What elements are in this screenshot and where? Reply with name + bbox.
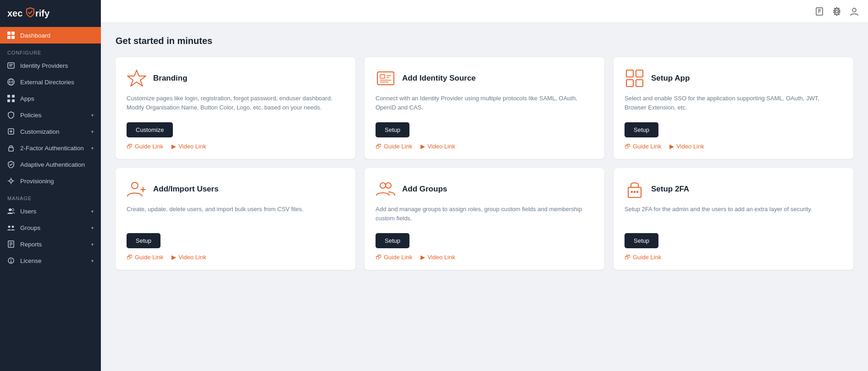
sidebar-item-adaptive-auth[interactable]: Adaptive Authentication xyxy=(0,156,101,173)
video-link[interactable]: ▶ Video Link xyxy=(669,143,704,150)
identity-icon xyxy=(7,62,16,69)
star-icon xyxy=(127,68,147,88)
manage-section-label: Manage xyxy=(0,189,101,203)
book-icon[interactable] xyxy=(815,7,824,16)
svg-rect-19 xyxy=(9,147,13,151)
cards-grid: Branding Customize pages like login, reg… xyxy=(116,57,853,270)
card-title: Setup 2FA xyxy=(651,185,689,194)
play-icon: ▶ xyxy=(171,254,176,261)
sidebar-item-label: Customization xyxy=(20,128,60,135)
guide-link[interactable]: 🗗 Guide Link xyxy=(625,143,661,150)
sidebar-item-provisioning[interactable]: Provisioning xyxy=(0,173,101,189)
sidebar-item-license[interactable]: License ▾ xyxy=(0,252,101,269)
card-branding: Branding Customize pages like login, reg… xyxy=(116,57,355,159)
sidebar-item-customization[interactable]: Customization ▾ xyxy=(0,123,101,140)
card-title: Add Identity Source xyxy=(402,74,476,83)
external-link-icon: 🗗 xyxy=(376,143,381,150)
svg-rect-14 xyxy=(7,99,10,102)
sidebar-item-dashboard[interactable]: Dashboard xyxy=(0,27,101,44)
play-icon: ▶ xyxy=(420,254,425,261)
video-link[interactable]: ▶ Video Link xyxy=(420,143,455,150)
card-description: Setup 2FA for the admin and the users to… xyxy=(625,205,842,228)
card-header: Add/Import Users xyxy=(127,179,344,199)
groups-card-icon xyxy=(376,179,396,199)
guide-link[interactable]: 🗗 Guide Link xyxy=(127,143,163,150)
sidebar-item-label: Reports xyxy=(20,241,42,248)
svg-rect-44 xyxy=(380,75,385,78)
card-title: Setup App xyxy=(651,74,690,83)
setup-button[interactable]: Setup xyxy=(625,233,658,248)
svg-point-57 xyxy=(386,183,391,188)
guide-link[interactable]: 🗗 Guide Link xyxy=(625,254,661,261)
sidebar-item-label: Adaptive Authentication xyxy=(20,161,85,168)
svg-point-26 xyxy=(12,209,14,211)
svg-rect-5 xyxy=(11,36,15,39)
users-icon xyxy=(7,207,16,215)
2fa-icon xyxy=(7,144,16,152)
card-links: 🗗 Guide Link ▶ Video Link xyxy=(376,143,593,150)
chevron-down-icon: ▾ xyxy=(91,258,94,263)
video-link[interactable]: ▶ Video Link xyxy=(171,254,206,261)
chevron-down-icon: ▾ xyxy=(91,209,94,214)
setup-button[interactable]: Setup xyxy=(625,122,658,137)
reports-icon xyxy=(7,240,16,248)
settings-icon[interactable] xyxy=(832,7,841,16)
guide-link[interactable]: 🗗 Guide Link xyxy=(376,143,412,150)
card-description: Add and manage groups to assign roles, g… xyxy=(376,205,593,228)
card-links: 🗗 Guide Link xyxy=(625,254,842,261)
card-links: 🗗 Guide Link ▶ Video Link xyxy=(625,143,842,150)
svg-rect-3 xyxy=(11,32,15,35)
card-links: 🗗 Guide Link ▶ Video Link xyxy=(376,254,593,261)
svg-point-40 xyxy=(835,10,838,13)
svg-point-20 xyxy=(10,180,12,182)
chevron-down-icon: ▾ xyxy=(91,146,94,151)
svg-rect-8 xyxy=(9,65,12,66)
svg-rect-15 xyxy=(12,99,15,102)
svg-rect-49 xyxy=(626,70,633,77)
external-link-icon: 🗗 xyxy=(127,143,133,150)
adaptive-icon xyxy=(7,161,16,168)
logo-area: xec rify xyxy=(0,0,101,27)
card-header: Setup 2FA xyxy=(625,179,842,199)
svg-rect-43 xyxy=(377,72,394,85)
sidebar-item-identity-providers[interactable]: Identity Providers xyxy=(0,57,101,74)
sidebar-item-external-directories[interactable]: External Directories xyxy=(0,74,101,90)
card-setup-2fa: Setup 2FA Setup 2FA for the admin and th… xyxy=(614,168,853,270)
license-icon xyxy=(7,257,16,264)
card-description: Customize pages like login, registration… xyxy=(127,94,344,117)
sidebar-item-apps[interactable]: Apps xyxy=(0,90,101,107)
setup-button[interactable]: Setup xyxy=(376,122,409,137)
sidebar-item-groups[interactable]: Groups ▾ xyxy=(0,219,101,236)
sidebar-item-2fa[interactable]: 2-Factor Authentication ▾ xyxy=(0,140,101,156)
sidebar-item-reports[interactable]: Reports ▾ xyxy=(0,236,101,252)
svg-rect-51 xyxy=(626,80,633,87)
guide-link[interactable]: 🗗 Guide Link xyxy=(376,254,412,261)
customize-button[interactable]: Customize xyxy=(127,122,173,137)
sidebar-item-label: Apps xyxy=(20,95,34,102)
sidebar-item-label: Users xyxy=(20,208,36,215)
card-setup-app: Setup App Select and enable SSO for the … xyxy=(614,57,853,159)
card-header: Add Identity Source xyxy=(376,68,593,88)
sidebar-item-users[interactable]: Users ▾ xyxy=(0,203,101,219)
directories-icon xyxy=(7,78,16,86)
svg-point-35 xyxy=(11,262,11,262)
provisioning-icon xyxy=(7,177,16,185)
svg-text:rify: rify xyxy=(35,8,50,18)
svg-point-28 xyxy=(12,226,14,228)
configure-section-label: Configure xyxy=(0,44,101,57)
setup-button[interactable]: Setup xyxy=(127,233,160,248)
svg-text:xec: xec xyxy=(7,8,22,18)
card-description: Connect with an Identity Provider using … xyxy=(376,94,593,117)
dashboard-icon xyxy=(7,32,16,39)
svg-point-53 xyxy=(132,182,138,189)
sidebar-item-policies[interactable]: Policies ▾ xyxy=(0,107,101,123)
setup-button[interactable]: Setup xyxy=(376,233,409,248)
user-avatar-icon[interactable] xyxy=(850,7,859,16)
svg-rect-12 xyxy=(7,95,10,98)
card-header: Setup App xyxy=(625,68,842,88)
video-link[interactable]: ▶ Video Link xyxy=(420,254,455,261)
sidebar-item-label: 2-Factor Authentication xyxy=(20,145,84,152)
guide-link[interactable]: 🗗 Guide Link xyxy=(127,254,163,261)
video-link[interactable]: ▶ Video Link xyxy=(171,143,206,150)
svg-rect-61 xyxy=(636,191,638,193)
